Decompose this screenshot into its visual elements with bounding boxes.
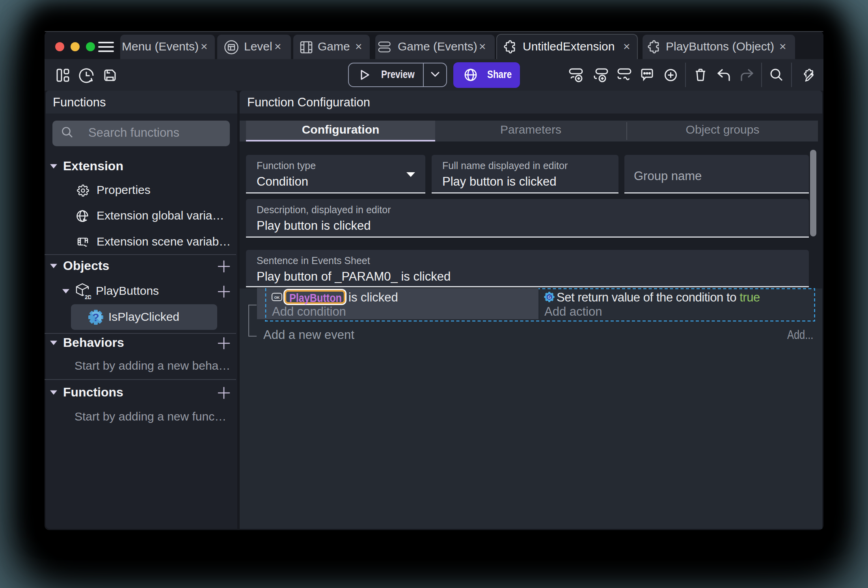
svg-text:OK: OK	[274, 296, 280, 300]
svg-text:2D: 2D	[85, 294, 91, 300]
svg-text:?: ?	[92, 311, 99, 324]
svg-text:G: G	[548, 295, 551, 300]
